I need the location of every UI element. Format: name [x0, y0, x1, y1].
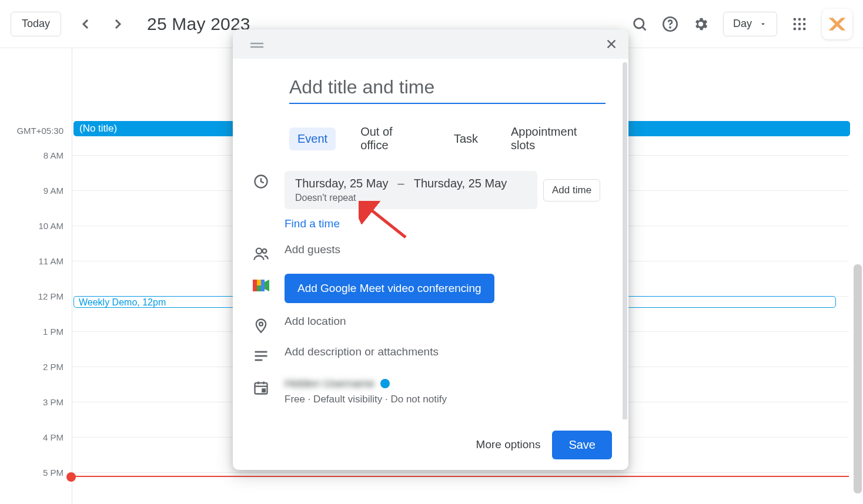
description-placeholder[interactable]: Add description or attachments — [285, 345, 439, 358]
add-time-button[interactable]: Add time — [543, 179, 600, 201]
chevron-down-icon — [759, 20, 767, 28]
dialog-body: Event Out of office Task Appointment slo… — [233, 59, 628, 419]
svg-point-6 — [803, 18, 806, 21]
hour-label: 3 PM — [43, 397, 63, 407]
page-scrollbar[interactable] — [851, 48, 863, 504]
clock-icon — [253, 173, 269, 190]
tab-event[interactable]: Event — [289, 127, 336, 150]
today-button[interactable]: Today — [11, 12, 61, 36]
hour-label: 2 PM — [43, 362, 63, 372]
view-selector[interactable]: Day — [723, 12, 777, 36]
topbar-right: Day — [631, 9, 852, 39]
brand-logo[interactable] — [822, 9, 852, 39]
svg-point-12 — [803, 27, 806, 30]
date-dash: – — [398, 177, 404, 190]
google-meet-icon — [253, 278, 269, 293]
today-label: Today — [22, 18, 50, 30]
hour-label: 11 AM — [38, 256, 63, 266]
svg-point-21 — [262, 249, 266, 253]
hour-line — [72, 472, 849, 473]
scrollbar-thumb[interactable] — [854, 264, 862, 493]
hour-label: 4 PM — [43, 432, 63, 442]
help-icon[interactable] — [662, 16, 678, 32]
calendar-icon — [253, 379, 269, 396]
svg-rect-25 — [261, 280, 265, 291]
start-date: Thursday, 25 May — [295, 177, 389, 190]
svg-rect-23 — [257, 280, 261, 285]
svg-line-1 — [643, 26, 646, 30]
svg-rect-35 — [262, 389, 265, 392]
hour-label: 10 AM — [38, 221, 63, 231]
calendar-status-line[interactable]: Free · Default visibility · Do not notif… — [285, 394, 608, 405]
hour-label: 8 AM — [44, 150, 63, 160]
svg-point-5 — [798, 18, 801, 21]
date-range-picker[interactable]: Thursday, 25 May – Thursday, 25 May Does… — [285, 171, 537, 209]
svg-point-10 — [794, 27, 797, 30]
hour-label: 5 PM — [43, 468, 63, 478]
save-button[interactable]: Save — [552, 431, 612, 459]
view-label: Day — [733, 18, 752, 30]
apps-grid-icon[interactable] — [791, 16, 808, 32]
calendar-color-dot — [380, 379, 390, 388]
event-type-tabs: Event Out of office Task Appointment slo… — [289, 120, 608, 157]
svg-point-9 — [803, 22, 806, 25]
end-date: Thursday, 25 May — [414, 177, 507, 190]
add-meet-button[interactable]: Add Google Meet video conferencing — [285, 274, 494, 303]
current-time-indicator — [68, 476, 849, 477]
prev-day-icon[interactable] — [79, 17, 93, 31]
description-icon — [253, 348, 269, 364]
location-icon — [253, 317, 269, 334]
row-calendar-settings: Hidden Username Free · Default visibilit… — [253, 377, 608, 405]
svg-point-27 — [259, 322, 263, 326]
dialog-scrollbar[interactable] — [623, 62, 627, 419]
svg-point-8 — [798, 22, 801, 25]
svg-point-4 — [794, 18, 797, 21]
close-icon[interactable] — [605, 38, 618, 51]
tab-out-of-office[interactable]: Out of office — [352, 120, 429, 157]
find-a-time-link[interactable]: Find a time — [285, 217, 608, 230]
tab-appointment-slots[interactable]: Appointment slots — [503, 120, 608, 157]
event-title-input[interactable] — [289, 73, 606, 104]
svg-point-3 — [670, 27, 670, 28]
row-description: Add description or attachments — [253, 345, 608, 364]
event-create-dialog: Event Out of office Task Appointment slo… — [233, 29, 628, 470]
event-title: Weekly Demo — [79, 297, 137, 307]
location-placeholder[interactable]: Add location — [285, 315, 346, 327]
gear-icon[interactable] — [693, 16, 709, 32]
svg-point-20 — [256, 248, 262, 254]
dialog-header[interactable] — [233, 29, 628, 59]
tab-task[interactable]: Task — [446, 127, 486, 150]
guests-placeholder[interactable]: Add guests — [285, 243, 340, 256]
event-time: 12pm — [142, 297, 166, 307]
svg-point-7 — [794, 22, 797, 25]
search-icon[interactable] — [631, 16, 648, 32]
calendar-name-row[interactable]: Hidden Username — [285, 377, 608, 390]
hour-label: 9 AM — [44, 186, 63, 196]
svg-marker-26 — [265, 280, 269, 291]
drag-handle-icon[interactable] — [250, 41, 263, 48]
timezone-label: GMT+05:30 — [16, 126, 63, 136]
svg-point-11 — [798, 27, 801, 30]
next-day-icon[interactable] — [111, 17, 125, 31]
hour-label: 1 PM — [43, 327, 63, 337]
row-date-time: Thursday, 25 May – Thursday, 25 May Does… — [253, 171, 608, 209]
calendar-owner-name: Hidden Username — [285, 377, 374, 390]
svg-point-0 — [634, 18, 644, 28]
time-gutter-header: GMT+05:30 — [0, 48, 72, 139]
allday-event-title: (No title) — [79, 123, 117, 135]
row-location: Add location — [253, 315, 608, 334]
repeat-label: Doesn't repeat — [295, 193, 527, 203]
dialog-footer: More options Save — [233, 419, 628, 470]
time-gutter: 8 AM 9 AM 10 AM 11 AM 12 PM 1 PM 2 PM 3 … — [0, 139, 72, 504]
date-nav — [79, 17, 125, 31]
row-meet: Add Google Meet video conferencing — [253, 274, 608, 303]
row-guests: Add guests — [253, 243, 608, 262]
svg-rect-24 — [257, 285, 261, 291]
hour-label: 12 PM — [38, 291, 63, 301]
svg-rect-22 — [253, 280, 257, 291]
guests-icon — [253, 246, 269, 262]
more-options-button[interactable]: More options — [476, 438, 541, 451]
